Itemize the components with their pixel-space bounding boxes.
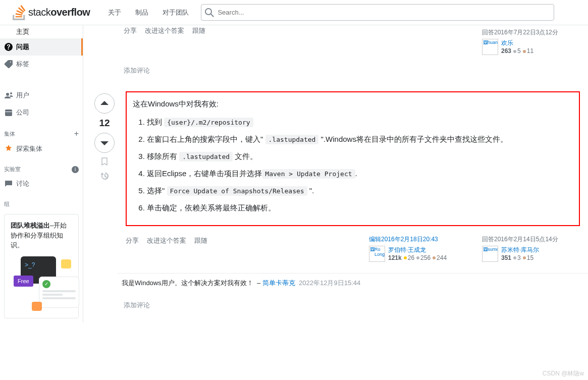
- list-item: 返回Eclipse，右键单击项目并选择Maven > Update Projec…: [147, 168, 573, 180]
- add-comment-link[interactable]: 添加评论: [124, 62, 580, 79]
- share-link[interactable]: 分享: [126, 236, 139, 261]
- improve-link[interactable]: 改进这个答案: [147, 236, 186, 261]
- steps-list: 找到 {user}/.m2/repository 在窗口右上角的搜索字段中，键入…: [133, 116, 573, 214]
- nav-about[interactable]: 关于: [102, 5, 127, 20]
- list-item: 找到 {user}/.m2/repository: [147, 116, 573, 128]
- upvote-button[interactable]: [94, 93, 115, 114]
- caret-up-icon: [100, 99, 109, 108]
- list-item: 移除所有 .lastupdated 文件。: [147, 150, 573, 162]
- star-burst-icon: [4, 144, 13, 153]
- info-icon[interactable]: i: [72, 166, 79, 173]
- answer-time: 回答2016年2月14日5点14分: [482, 235, 577, 244]
- teams-promo: 团队堆栈溢出–开始协作和分享组织知识。 >_? Free ✓: [4, 214, 79, 318]
- tags-icon: [4, 60, 13, 69]
- comment-user-link[interactable]: 简单卡蒂克: [262, 279, 295, 287]
- logo-text: stackoverflow: [28, 7, 90, 18]
- answer-body: 这在Windows中对我有效: 找到 {user}/.m2/repository…: [118, 91, 580, 265]
- code-inline: .lastupdated: [265, 135, 319, 144]
- sidebar-label: 探索集体: [16, 144, 42, 153]
- sidebar-label: 标签: [16, 60, 29, 69]
- caret-down-icon: [100, 138, 109, 147]
- user-link[interactable]: 欢乐: [501, 39, 513, 46]
- top-nav-links: 关于 制品 对于团队: [102, 5, 195, 20]
- code-inline: Force Update of Snapshots/Releases: [167, 186, 307, 196]
- list-item: 单击确定，依赖关系将最终正确解析。: [147, 202, 573, 214]
- user-signature: 回答2016年2月14日5点14分 🖼sume 苏米特·库马尔 351315: [479, 232, 580, 265]
- follow-link[interactable]: 跟随: [192, 26, 205, 35]
- questions-icon: [4, 42, 13, 51]
- sidebar-label: 用户: [16, 91, 29, 100]
- teams-promo-title: 团队堆栈溢出: [11, 222, 50, 229]
- companies-icon: [4, 108, 13, 117]
- user-link[interactable]: 罗伯特·王成龙: [388, 246, 426, 253]
- vote-column: 12: [91, 91, 118, 265]
- sidebar-label: 主页: [16, 27, 29, 36]
- sidebar-item-discussion[interactable]: 讨论: [0, 175, 83, 192]
- answer-2: 12 这在Windows中对我有效: 找到 {user}/.m2/reposit…: [83, 83, 588, 269]
- answer-time: 回答2016年7月22日3点12分: [482, 28, 577, 37]
- user-rep: 263511: [501, 47, 533, 55]
- history-icon: [100, 172, 110, 181]
- teams-graphic: >_? Free ✓: [11, 256, 72, 312]
- plus-icon[interactable]: +: [74, 129, 79, 138]
- add-comment-link[interactable]: 添加评论: [124, 297, 580, 314]
- comment-text: 我是Windows用户。这个解决方案对我有效！: [122, 279, 253, 287]
- comment-time: 2022年12月9日15:44: [299, 279, 360, 287]
- search-wrap: [201, 4, 554, 21]
- users-icon: [4, 91, 13, 100]
- sidebar-label: 公司: [16, 108, 29, 117]
- nav-teams[interactable]: 对于团队: [156, 5, 195, 20]
- vote-score: 12: [99, 118, 110, 129]
- comment: 我是Windows用户。这个解决方案对我有效！ – 简单卡蒂克 2022年12月…: [118, 273, 588, 293]
- user-link[interactable]: 苏米特·库马尔: [501, 246, 539, 253]
- user-rep: 121k26256244: [388, 254, 447, 261]
- bookmark-icon: [100, 157, 109, 166]
- user-rep: 351315: [501, 254, 539, 261]
- sidebar-header-teams: 组: [0, 192, 83, 210]
- bookmark-button[interactable]: [100, 157, 109, 168]
- avatar[interactable]: 🖼huan: [482, 39, 498, 55]
- edit-time: 编辑2016年2月18日20:43: [369, 235, 464, 244]
- share-link[interactable]: 分享: [124, 26, 137, 35]
- follow-link[interactable]: 跟随: [194, 236, 207, 261]
- stackoverflow-icon: [12, 5, 26, 20]
- main-content: 分享 改进这个答案 跟随 回答2016年7月22日3点12分 🖼huan 欢乐 …: [83, 25, 588, 322]
- sidebar-item-home[interactable]: 主页: [0, 25, 83, 38]
- answer-intro: 这在Windows中对我有效:: [133, 98, 573, 110]
- downvote-button[interactable]: [94, 133, 115, 153]
- sidebar-item-questions[interactable]: 问题: [0, 38, 83, 56]
- sidebar-header-collectives: 集体+: [0, 121, 83, 140]
- code-inline: Maven > Update Project: [262, 169, 355, 179]
- list-item: 选择" Force Update of Snapshots/Releases "…: [147, 185, 573, 197]
- topbar: stackoverflow 关于 制品 对于团队: [0, 0, 588, 25]
- sidebar-label: 问题: [16, 42, 29, 51]
- improve-link[interactable]: 改进这个答案: [145, 26, 184, 35]
- sidebar-item-companies[interactable]: 公司: [0, 104, 83, 121]
- free-badge: Free: [14, 276, 33, 287]
- post-menu: 分享 改进这个答案 跟随: [126, 232, 207, 265]
- nav-products[interactable]: 制品: [129, 5, 154, 20]
- chat-icon: [4, 179, 13, 188]
- avatar[interactable]: 🖼Ro Longs: [369, 246, 385, 262]
- code-inline: {user}/.m2/repository: [164, 118, 253, 127]
- answer-1-footer: 分享 改进这个答案 跟随 回答2016年7月22日3点12分 🖼huan 欢乐 …: [83, 25, 588, 62]
- code-inline: .lastupdated: [179, 152, 233, 161]
- search-input[interactable]: [201, 4, 554, 21]
- left-sidebar: 主页 问题 标签 用户 公司 集体+ 探索集体 实验室i: [0, 25, 83, 322]
- avatar[interactable]: 🖼sume: [482, 246, 498, 262]
- list-item: 在窗口右上角的搜索字段中，键入" .lastupdated ".Windows将…: [147, 133, 573, 145]
- history-button[interactable]: [100, 172, 110, 182]
- user-signature: 回答2016年7月22日3点12分 🖼huan 欢乐 263511: [479, 25, 580, 58]
- post-menu: 分享 改进这个答案 跟随: [124, 25, 205, 39]
- editor-signature: 编辑2016年2月18日20:43 🖼Ro Longs 罗伯特·王成龙 121k…: [366, 232, 467, 265]
- sidebar-item-explore-collectives[interactable]: 探索集体: [0, 140, 83, 157]
- sidebar-label: 讨论: [16, 179, 29, 188]
- sidebar-item-tags[interactable]: 标签: [0, 56, 83, 73]
- sidebar-item-users[interactable]: 用户: [0, 87, 83, 104]
- logo[interactable]: stackoverflow: [8, 5, 94, 20]
- sidebar-header-labs: 实验室i: [0, 157, 83, 175]
- edit-link[interactable]: 编辑2016年2月18日20:43: [369, 236, 438, 243]
